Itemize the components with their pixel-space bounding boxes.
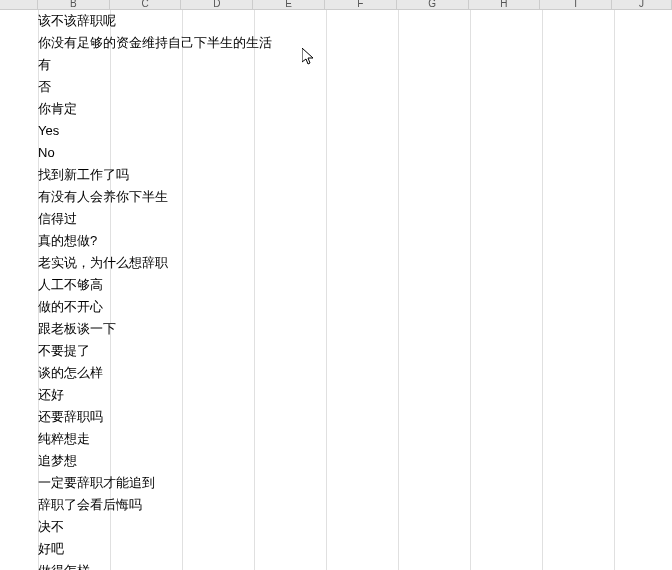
cell-text[interactable]: 好吧 [38,538,64,560]
table-row[interactable]: 跟老板谈一下 [0,318,672,340]
table-row[interactable]: 不要提了 [0,340,672,362]
col-header[interactable] [0,0,38,9]
table-row[interactable]: 信得过 [0,208,672,230]
cell-text[interactable]: 该不该辞职呢 [38,10,116,32]
cell-text[interactable]: 辞职了会看后悔吗 [38,494,142,516]
table-row[interactable]: Yes [0,120,672,142]
col-header[interactable]: F [325,0,397,9]
cell-text[interactable]: 不要提了 [38,340,90,362]
col-header[interactable]: H [469,0,541,9]
table-row[interactable]: 还好 [0,384,672,406]
col-header[interactable]: B [38,0,110,9]
cell-text[interactable]: 否 [38,76,51,98]
table-row[interactable]: No [0,142,672,164]
table-row[interactable]: 做得怎样 [0,560,672,570]
cell-text[interactable]: 信得过 [38,208,77,230]
table-row[interactable]: 有没有人会养你下半生 [0,186,672,208]
table-row[interactable]: 好吧 [0,538,672,560]
cell-text[interactable]: 你肯定 [38,98,77,120]
cell-text[interactable]: Yes [38,120,59,142]
table-row[interactable]: 你肯定 [0,98,672,120]
cell-text[interactable]: 有没有人会养你下半生 [38,186,168,208]
table-row[interactable]: 该不该辞职呢 [0,10,672,32]
cell-text[interactable]: 纯粹想走 [38,428,90,450]
cell-text[interactable]: 还要辞职吗 [38,406,103,428]
col-header[interactable]: I [540,0,612,9]
col-header[interactable]: C [110,0,182,9]
cell-text[interactable]: 追梦想 [38,450,77,472]
table-row[interactable]: 真的想做? [0,230,672,252]
table-row[interactable]: 做的不开心 [0,296,672,318]
cell-text[interactable]: 谈的怎么样 [38,362,103,384]
column-headers-row: B C D E F G H I J [0,0,672,10]
cell-text[interactable]: 还好 [38,384,64,406]
col-header[interactable]: E [253,0,325,9]
table-row[interactable]: 老实说，为什么想辞职 [0,252,672,274]
col-header[interactable]: G [397,0,469,9]
cell-text[interactable]: 真的想做? [38,230,97,252]
table-row[interactable]: 否 [0,76,672,98]
cell-text[interactable]: 做的不开心 [38,296,103,318]
table-row[interactable]: 人工不够高 [0,274,672,296]
spreadsheet-grid[interactable]: 该不该辞职呢你没有足够的资金维持自己下半生的生活有否你肯定YesNo找到新工作了… [0,10,672,570]
cell-text[interactable]: 一定要辞职才能追到 [38,472,155,494]
table-row[interactable]: 辞职了会看后悔吗 [0,494,672,516]
table-row[interactable]: 找到新工作了吗 [0,164,672,186]
cell-text[interactable]: 有 [38,54,51,76]
col-header[interactable]: J [612,0,672,9]
table-row[interactable]: 还要辞职吗 [0,406,672,428]
cell-text[interactable]: 做得怎样 [38,560,90,570]
cell-text[interactable]: 你没有足够的资金维持自己下半生的生活 [38,32,272,54]
cell-text[interactable]: 跟老板谈一下 [38,318,116,340]
cell-text[interactable]: 找到新工作了吗 [38,164,129,186]
table-row[interactable]: 谈的怎么样 [0,362,672,384]
cell-text[interactable]: 老实说，为什么想辞职 [38,252,168,274]
table-row[interactable]: 决不 [0,516,672,538]
cell-text[interactable]: No [38,142,55,164]
table-row[interactable]: 纯粹想走 [0,428,672,450]
table-row[interactable]: 你没有足够的资金维持自己下半生的生活 [0,32,672,54]
cell-text[interactable]: 人工不够高 [38,274,103,296]
table-row[interactable]: 追梦想 [0,450,672,472]
table-row[interactable]: 有 [0,54,672,76]
col-header[interactable]: D [181,0,253,9]
cell-text[interactable]: 决不 [38,516,64,538]
table-row[interactable]: 一定要辞职才能追到 [0,472,672,494]
